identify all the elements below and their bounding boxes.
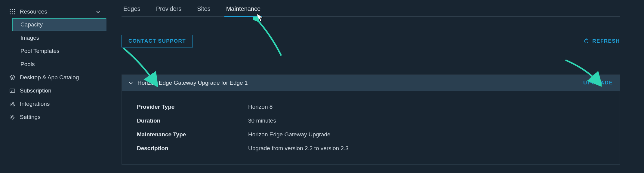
detail-value: Horizon 8 (248, 104, 273, 110)
sidebar-item-label: Subscription (20, 87, 51, 94)
integrations-icon (9, 101, 16, 107)
sidebar-item-images[interactable]: Images (0, 31, 106, 44)
panel-header[interactable]: Horizon Edge Gateway Upgrade for Edge 1 … (122, 75, 620, 91)
maintenance-panel: Horizon Edge Gateway Upgrade for Edge 1 … (122, 74, 620, 165)
main-content: Edges Providers Sites Maintenance CONTAC… (106, 0, 644, 173)
refresh-label: REFRESH (592, 38, 620, 44)
detail-label: Description (137, 145, 248, 152)
sidebar-item-label: Capacity (20, 21, 43, 28)
chevron-down-icon (96, 9, 100, 14)
tab-label: Sites (197, 5, 210, 12)
detail-row: Provider Type Horizon 8 (137, 100, 605, 114)
svg-point-11 (12, 102, 14, 104)
sidebar-item-settings[interactable]: Settings (0, 111, 106, 124)
subscription-icon (9, 87, 16, 94)
refresh-button[interactable]: REFRESH (583, 38, 620, 44)
svg-point-12 (13, 105, 15, 106)
svg-point-1 (12, 9, 13, 10)
svg-point-7 (12, 14, 13, 14)
svg-point-4 (12, 11, 13, 12)
sidebar-item-desktop-catalog[interactable]: Desktop & App Catalog (0, 71, 106, 84)
tab-sites[interactable]: Sites (195, 2, 212, 17)
sidebar-item-label: Pools (20, 61, 35, 67)
panel-title: Horizon Edge Gateway Upgrade for Edge 1 (137, 80, 579, 86)
svg-point-6 (10, 14, 11, 14)
sidebar-item-pool-templates[interactable]: Pool Templates (0, 44, 106, 58)
catalog-icon (9, 74, 16, 81)
detail-label: Maintenance Type (137, 131, 248, 138)
actionbar: CONTACT SUPPORT REFRESH (122, 35, 620, 47)
tab-label: Maintenance (226, 5, 261, 12)
detail-row: Duration 30 minutes (137, 114, 605, 128)
sidebar-item-label: Images (20, 35, 39, 41)
tab-providers[interactable]: Providers (154, 2, 183, 17)
detail-value: Horizon Edge Gateway Upgrade (248, 131, 331, 138)
detail-row: Maintenance Type Horizon Edge Gateway Up… (137, 128, 605, 141)
sidebar-item-subscription[interactable]: Subscription (0, 84, 106, 97)
detail-label: Duration (137, 117, 248, 124)
svg-point-0 (10, 9, 11, 10)
contact-support-button[interactable]: CONTACT SUPPORT (122, 35, 193, 47)
detail-value: 30 minutes (248, 117, 276, 124)
sidebar-item-capacity[interactable]: Capacity (12, 18, 106, 31)
tabbar: Edges Providers Sites Maintenance (122, 0, 620, 17)
sidebar: Resources Capacity Images Pool Templates… (0, 0, 106, 173)
chevron-down-icon (128, 80, 133, 85)
sidebar-item-label: Pool Templates (20, 48, 60, 54)
sidebar-item-label: Integrations (20, 101, 50, 107)
panel-body: Provider Type Horizon 8 Duration 30 minu… (122, 91, 620, 164)
svg-point-13 (11, 116, 13, 118)
refresh-icon (583, 38, 589, 44)
sidebar-item-pools[interactable]: Pools (0, 58, 106, 71)
detail-value: Upgrade from version 2.2 to version 2.3 (248, 145, 349, 152)
tab-label: Edges (123, 5, 140, 12)
detail-label: Provider Type (137, 104, 248, 110)
svg-point-5 (14, 11, 15, 12)
sidebar-item-integrations[interactable]: Integrations (0, 97, 106, 111)
svg-point-8 (14, 14, 15, 14)
detail-row: Description Upgrade from version 2.2 to … (137, 141, 605, 155)
tab-label: Providers (156, 5, 181, 12)
grid-icon (9, 8, 16, 15)
svg-point-10 (10, 104, 12, 105)
svg-rect-9 (10, 89, 15, 93)
svg-point-3 (10, 11, 11, 12)
gear-icon (9, 114, 16, 120)
upgrade-button[interactable]: UPGRADE (583, 80, 613, 86)
sidebar-item-label: Settings (20, 114, 41, 120)
tab-maintenance[interactable]: Maintenance (224, 2, 263, 17)
svg-point-2 (14, 9, 15, 10)
sidebar-section-resources[interactable]: Resources (0, 5, 106, 18)
sidebar-item-label: Desktop & App Catalog (20, 74, 79, 81)
sidebar-section-label: Resources (20, 8, 91, 15)
tab-edges[interactable]: Edges (122, 2, 142, 17)
